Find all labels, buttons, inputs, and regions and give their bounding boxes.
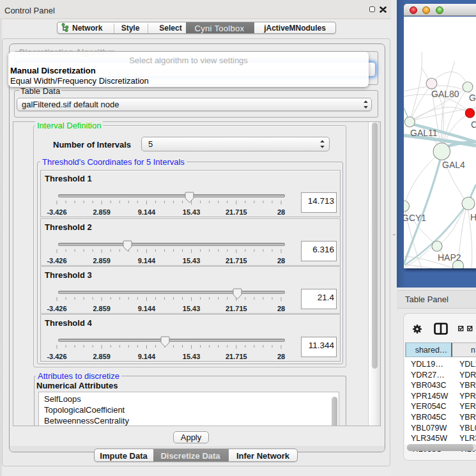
svg-text:C: C xyxy=(471,119,476,130)
svg-text:H: H xyxy=(470,212,476,222)
svg-text:GAL4: GAL4 xyxy=(442,160,465,170)
svg-text:GAL80: GAL80 xyxy=(431,89,459,99)
svg-text:GCY1: GCY1 xyxy=(404,213,426,223)
svg-text:HAP2: HAP2 xyxy=(438,252,461,263)
svg-text:GA: GA xyxy=(469,93,476,103)
svg-text:GAL11: GAL11 xyxy=(410,128,438,138)
